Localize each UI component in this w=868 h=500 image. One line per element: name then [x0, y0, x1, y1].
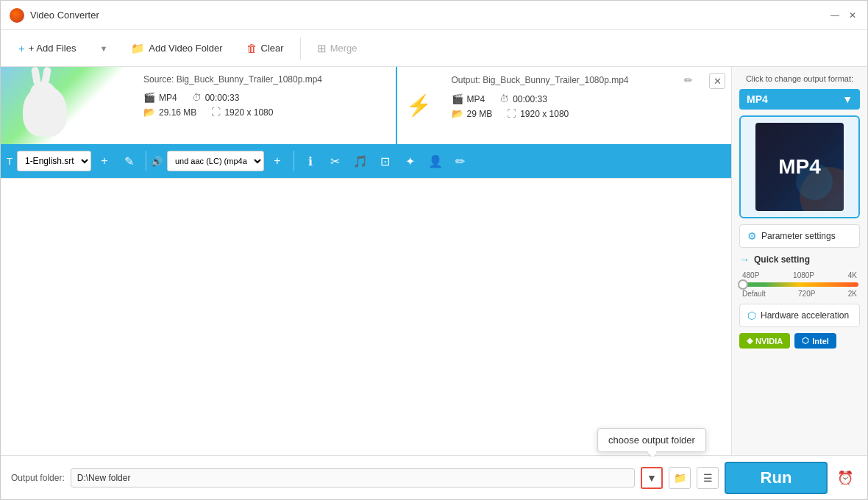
intel-label: Intel	[812, 337, 829, 346]
quick-setting-label: → Quick setting	[739, 254, 860, 265]
tools-divider-2	[294, 151, 294, 171]
mp4-label: MP4	[778, 155, 821, 179]
app-icon	[10, 8, 24, 23]
crop-button[interactable]: ⊡	[374, 149, 397, 173]
chip-icon: ⬡	[747, 310, 756, 321]
dropdown-arrow-icon: ▼	[99, 44, 107, 53]
subtitle-edit-button[interactable]: ✏	[449, 149, 472, 173]
format-name: MP4	[747, 93, 768, 105]
source-meta: 🎬 MP4 ⏱ 00:00:33 📂	[143, 92, 385, 118]
subtitle-t-icon: T	[7, 156, 13, 167]
subtitle-select[interactable]: 1-English.srt	[17, 151, 91, 171]
browse-folder-button[interactable]: 📁	[669, 467, 691, 489]
effect-button[interactable]: ✦	[399, 149, 422, 173]
source-format-item: 🎬 MP4	[143, 92, 177, 103]
edit-output-button[interactable]: ✏	[684, 74, 693, 86]
quality-thumb	[738, 279, 748, 290]
res-out-icon: ⛶	[507, 108, 516, 119]
folder-out-icon: 📂	[452, 108, 463, 119]
folder-dropdown-wrap: ▼ choose output folder	[641, 467, 663, 489]
source-format: MP4	[159, 93, 177, 103]
audio-edit-button[interactable]: 🎵	[349, 149, 372, 173]
quick-setting-text: Quick setting	[754, 254, 810, 265]
nvidia-label: NVIDIA	[755, 337, 783, 346]
film-out-icon: 🎬	[452, 93, 463, 104]
subtitle-select-wrap: T 1-English.srt	[7, 151, 91, 171]
bolt-divider: ⚡	[397, 67, 441, 144]
source-duration: 00:00:33	[205, 93, 240, 103]
tooltip-arrow	[647, 451, 656, 457]
merge-icon: ⊞	[317, 42, 327, 55]
tools-divider-1	[146, 151, 146, 171]
tools-bar: T 1-English.srt + ✎ 🔊 und aac (LC) (mp4a	[1, 144, 731, 178]
footer: Output folder: ▼ choose output folder 📁 …	[1, 455, 867, 499]
info-button[interactable]: ℹ	[299, 149, 322, 173]
add-folder-dropdown-button[interactable]: ▼	[89, 40, 118, 57]
speaker-icon: 🔊	[151, 156, 163, 167]
output-path-input[interactable]	[71, 468, 635, 488]
output-format-item: 🎬 MP4	[452, 93, 485, 104]
clear-button[interactable]: 🗑 Clear	[236, 38, 294, 59]
output-resolution: 1920 x 1080	[520, 109, 569, 119]
source-resolution-item: ⛶ 1920 x 1080	[211, 107, 273, 118]
param-settings-label: Parameter settings	[761, 231, 836, 241]
label-480p: 480P	[742, 271, 759, 279]
folder-dropdown-button[interactable]: ▼	[641, 467, 663, 489]
intel-badge: ⬡ Intel	[794, 333, 836, 349]
output-duration-item: ⏱ 00:00:33	[499, 93, 547, 104]
clear-label: Clear	[261, 43, 284, 54]
toolbar: + + Add Files ▼ 📁 Add Video Folder 🗑 Cle…	[1, 30, 867, 67]
watermark-button[interactable]: 👤	[424, 149, 447, 173]
add-files-label: + Add Files	[29, 43, 77, 54]
output-list-button[interactable]: ☰	[697, 467, 719, 489]
folder-icon: 📁	[131, 42, 145, 55]
format-preview: MP4	[739, 115, 860, 218]
tooltip-text: choose output folder	[608, 435, 695, 446]
lightning-icon: ⚡	[406, 93, 432, 118]
output-info: Output: Big_Buck_Bunny_Trailer_1080p.mp4…	[441, 67, 704, 144]
remove-file-button[interactable]: ✕	[709, 73, 725, 89]
quick-setting-icon: →	[739, 254, 750, 265]
quality-track[interactable]	[741, 282, 858, 287]
change-format-label: Click to change output format:	[739, 74, 860, 83]
source-meta-row1: 🎬 MP4 ⏱ 00:00:33	[143, 92, 385, 103]
thumbnail-image	[1, 67, 133, 144]
output-meta-row2: 📂 29 MB ⛶ 1920 x 1080	[452, 108, 694, 119]
main-area: Source: Big_Buck_Bunny_Trailer_1080p.mp4…	[1, 67, 867, 455]
parameter-settings-button[interactable]: ⚙ Parameter settings	[739, 224, 860, 248]
quality-labels-bottom: Default 720P 2K	[741, 290, 858, 298]
hardware-acceleration-button[interactable]: ⬡ Hardware acceleration	[739, 304, 860, 327]
label-default: Default	[742, 290, 766, 298]
folder-size-icon: 📂	[143, 107, 155, 118]
merge-button[interactable]: ⊞ Merge	[307, 38, 368, 60]
alarm-button[interactable]: ⏰	[833, 466, 857, 490]
add-subtitle-button[interactable]: +	[93, 149, 116, 173]
quality-slider-wrap: 480P 1080P 4K Default 720P 2K	[739, 271, 860, 298]
add-files-button[interactable]: + + Add Files	[8, 38, 86, 59]
run-button[interactable]: Run	[725, 462, 828, 494]
quality-labels-top: 480P 1080P 4K	[741, 271, 858, 279]
clock-icon: ⏱	[192, 92, 202, 103]
nvidia-icon: ◈	[747, 336, 753, 346]
audio-select-wrap: 🔊 und aac (LC) (mp4a	[151, 151, 264, 171]
output-format: MP4	[467, 94, 485, 104]
format-selector[interactable]: MP4 ▼	[739, 89, 860, 110]
cut-button[interactable]: ✂	[324, 149, 347, 173]
resolution-icon: ⛶	[211, 107, 221, 118]
source-info: Source: Big_Buck_Bunny_Trailer_1080p.mp4…	[133, 67, 397, 144]
clock-out-icon: ⏱	[499, 93, 509, 104]
mp4-preview: MP4	[755, 123, 844, 211]
gpu-badges: ◈ NVIDIA ⬡ Intel	[739, 333, 860, 349]
source-title: Source: Big_Buck_Bunny_Trailer_1080p.mp4	[143, 74, 385, 85]
output-resolution-item: ⛶ 1920 x 1080	[507, 108, 569, 119]
add-audio-button[interactable]: +	[266, 149, 289, 173]
titlebar-controls: — ✕	[829, 10, 858, 21]
settings-icon: ⚙	[747, 230, 757, 242]
add-folder-button[interactable]: 📁 Add Video Folder	[121, 38, 232, 60]
add-folder-label: Add Video Folder	[149, 43, 222, 54]
bunny-body	[23, 85, 67, 137]
audio-select[interactable]: und aac (LC) (mp4a	[167, 151, 264, 171]
minimize-button[interactable]: —	[829, 10, 841, 21]
close-button[interactable]: ✕	[847, 10, 858, 21]
edit-subtitle-button[interactable]: ✎	[118, 149, 141, 173]
